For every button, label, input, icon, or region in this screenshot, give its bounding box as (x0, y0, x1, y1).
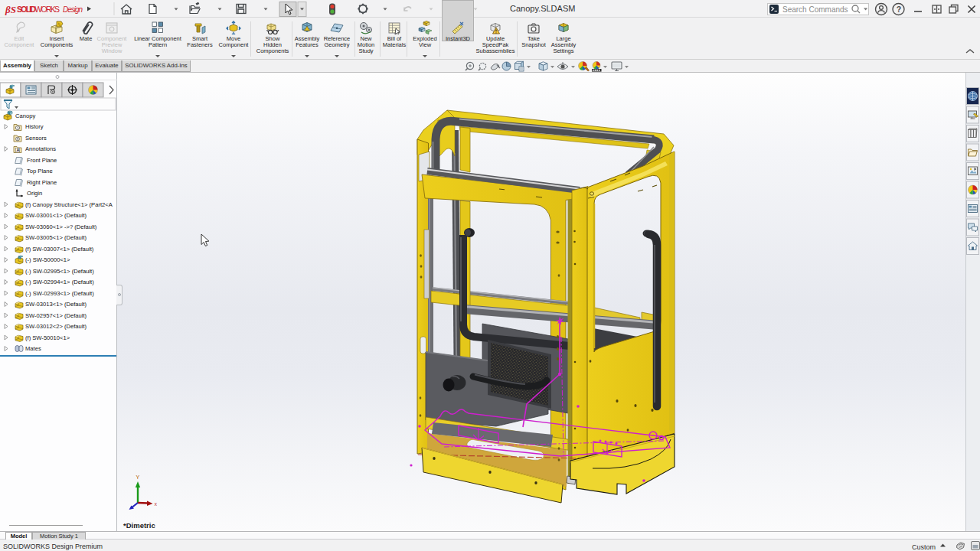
svg-text:SW-03012<2> (Default): SW-03012<2> (Default) (25, 323, 87, 330)
svg-text:(-) SW-02995<1> (Default): (-) SW-02995<1> (Default) (25, 268, 94, 275)
svg-text:?: ? (897, 5, 901, 14)
svg-text:Origin: Origin (27, 190, 42, 197)
svg-text:SW-03005<1> (Default): SW-03005<1> (Default) (25, 234, 87, 241)
svg-text:A: A (16, 148, 19, 152)
svg-text:(-) SW-50000<1>: (-) SW-50000<1> (25, 256, 70, 263)
svg-text:Right Plane: Right Plane (27, 179, 57, 186)
svg-text:Y: Y (136, 474, 140, 480)
svg-text:(-) SW-02993<1> (Default): (-) SW-02993<1> (Default) (25, 290, 94, 297)
svg-text:(f) SW-03007<1> (Default): (f) SW-03007<1> (Default) (25, 246, 94, 253)
svg-text:Top Plane: Top Plane (27, 168, 53, 174)
svg-text:SOLIDWORKS: SOLIDWORKS (17, 5, 60, 14)
svg-text:Sensors: Sensors (25, 135, 47, 142)
svg-text:βS: βS (5, 4, 16, 15)
svg-text:SW-03013<1> (Default): SW-03013<1> (Default) (25, 301, 87, 308)
svg-text:Mates: Mates (25, 345, 41, 352)
svg-text:x: x (155, 501, 158, 507)
svg-text:(f) SW-50010<1>: (f) SW-50010<1> (25, 334, 70, 341)
svg-text:Design: Design (63, 5, 83, 14)
svg-text:Annotations: Annotations (25, 145, 56, 152)
svg-text:History: History (25, 123, 44, 130)
svg-text:SW-03060<1> ->? (Default): SW-03060<1> ->? (Default) (25, 223, 97, 230)
svg-text:Canopy: Canopy (15, 112, 35, 119)
svg-text:(f) Canopy Structure<1> (Part2: (f) Canopy Structure<1> (Part2<A (25, 201, 113, 208)
svg-text:(-) SW-02994<1> (Default): (-) SW-02994<1> (Default) (25, 279, 94, 285)
svg-text:SW-02957<1> (Default): SW-02957<1> (Default) (25, 312, 87, 319)
svg-text:SW-03001<1> (Default): SW-03001<1> (Default) (25, 212, 87, 219)
svg-text:*Dimetric: *Dimetric (123, 521, 155, 530)
svg-text:Front Plane: Front Plane (27, 157, 57, 164)
